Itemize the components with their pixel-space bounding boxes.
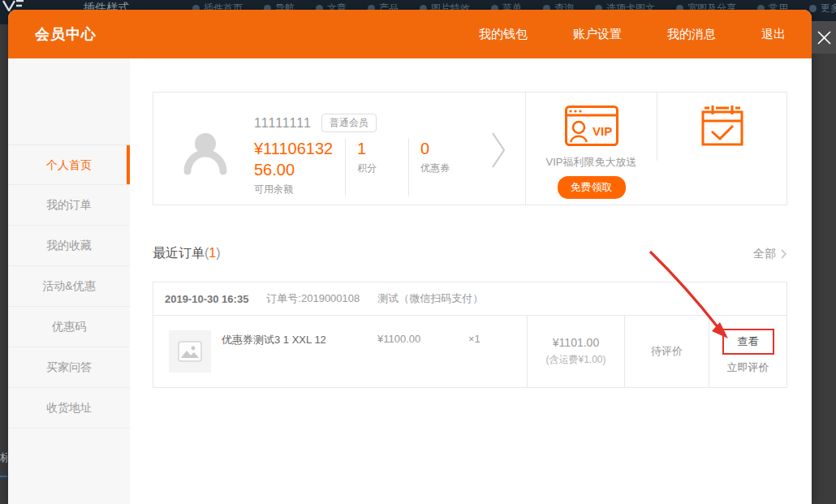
header-nav: 我的钱包 账户设置 我的消息 退出 (479, 27, 786, 42)
avatar (183, 130, 228, 175)
profile-card: 11111111 普通会员 ¥1110613256.00 可用余额 1 积分 (153, 93, 525, 205)
checkin-card (657, 93, 786, 205)
product-unit-price: ¥1100.00 (377, 316, 468, 345)
order-datetime: 2019-10-30 16:35 (165, 293, 248, 305)
background-nav-item: 更多 (809, 2, 836, 15)
page-background: 插件样式 插件首页 导航 文章 产品 图片特效 菜单 查询 选项卡图文 宽图及分… (0, 0, 836, 504)
recent-orders-label: 最近订单 (153, 246, 205, 260)
recent-orders-count: 1 (209, 246, 216, 260)
nav-account-settings[interactable]: 账户设置 (573, 27, 622, 42)
order-card: 2019-10-30 16:35 订单号:2019000108 测试（微信扫码支… (153, 282, 787, 388)
recent-orders-title: 最近订单(1) (153, 245, 221, 262)
view-all-link[interactable]: 全部 (753, 247, 787, 261)
sidebar-item-my-favorites[interactable]: 我的收藏 (8, 226, 130, 266)
sidebar-item-buyer-qa[interactable]: 买家问答 (8, 347, 130, 388)
sidebar-item-coupon-code[interactable]: 优惠码 (8, 307, 130, 347)
order-item-row: 优惠券测试3 1 XXL 12 ¥1100.00 ×1 ¥1101.00 (含运… (153, 316, 786, 387)
image-placeholder-icon (178, 341, 202, 362)
profile-stats: ¥1110613256.00 可用余额 1 积分 0 优惠券 (254, 138, 483, 196)
shipping-note: (含运费¥1.00) (545, 353, 605, 367)
sidebar-item-shipping-address[interactable]: 收货地址 (8, 388, 130, 429)
profile-chevron-right-icon[interactable] (489, 127, 507, 177)
background-edge-text: 标 (0, 450, 7, 465)
coupons-value: 0 (420, 138, 472, 159)
stat-balance: ¥1110613256.00 可用余额 (254, 138, 345, 196)
page-title: 会员中心 (35, 24, 97, 44)
free-claim-button[interactable]: 免费领取 (558, 176, 626, 199)
order-note: 测试（微信扫码支付） (377, 291, 483, 306)
vip-caption: VIP福利限免大放送 (546, 155, 637, 170)
order-status-cell: 待评价 (624, 316, 709, 387)
recent-orders-header: 最近订单(1) 全部 (153, 245, 787, 262)
order-number: 订单号:2019000108 (266, 291, 360, 306)
order-total: ¥1101.00 (553, 336, 599, 349)
order-header-row: 2019-10-30 16:35 订单号:2019000108 测试（微信扫码支… (153, 282, 786, 316)
modal-body: 个人首页 我的订单 我的收藏 活动&优惠 优惠码 买家问答 收货地址 (8, 58, 812, 504)
close-button[interactable] (812, 21, 836, 54)
close-icon (817, 30, 832, 45)
sidebar-item-activities-deals[interactable]: 活动&优惠 (8, 266, 130, 307)
svg-text:VIP: VIP (593, 124, 612, 138)
sidebar-item-personal-home[interactable]: 个人首页 (8, 144, 130, 185)
coupons-label: 优惠券 (420, 162, 472, 175)
profile-top-row: 11111111 普通会员 (254, 114, 377, 132)
review-now-link[interactable]: 立即评价 (727, 360, 769, 375)
sidebar: 个人首页 我的订单 我的收藏 活动&优惠 优惠码 买家问答 收货地址 (8, 58, 130, 504)
sidebar-item-my-orders[interactable]: 我的订单 (8, 185, 130, 226)
username: 11111111 (254, 116, 312, 131)
order-status: 待评价 (651, 344, 683, 359)
main-content: 11111111 普通会员 ¥1110613256.00 可用余额 1 积分 (130, 58, 812, 504)
member-center-modal: 会员中心 我的钱包 账户设置 我的消息 退出 个人首页 我的订单 我的收藏 活动… (8, 10, 812, 504)
count-close-paren: ) (216, 246, 220, 260)
view-order-button[interactable]: 查看 (722, 329, 774, 355)
stat-points: 1 积分 (345, 138, 408, 196)
chevron-right-icon (780, 248, 787, 260)
nav-logout[interactable]: 退出 (761, 27, 786, 42)
order-total-cell: ¥1101.00 (含运费¥1.00) (527, 316, 624, 387)
vip-icon: VIP (565, 106, 618, 146)
nav-my-wallet[interactable]: 我的钱包 (479, 27, 528, 42)
modal-header: 会员中心 我的钱包 账户设置 我的消息 退出 (8, 10, 812, 58)
nav-my-messages[interactable]: 我的消息 (667, 27, 716, 42)
member-level-badge: 普通会员 (321, 114, 377, 132)
product-cell: 优惠券测试3 1 XXL 12 ¥1100.00 ×1 (153, 316, 527, 387)
stat-coupons: 0 优惠券 (408, 138, 483, 196)
points-value: 1 (357, 138, 397, 159)
vip-promo-card: VIP VIP福利限免大放送 免费领取 (526, 93, 657, 205)
view-all-label: 全部 (753, 247, 776, 261)
calendar-check-icon[interactable] (699, 104, 746, 149)
product-name[interactable]: 优惠券测试3 1 XXL 12 (222, 316, 377, 347)
product-quantity: ×1 (468, 316, 527, 345)
order-action-cell: 查看 立即评价 (709, 316, 786, 387)
summary-cards: 11111111 普通会员 ¥1110613256.00 可用余额 1 积分 (153, 92, 787, 205)
balance-value: ¥1110613256.00 (254, 138, 334, 180)
points-label: 积分 (357, 162, 397, 175)
balance-label: 可用余额 (254, 183, 334, 196)
background-edge-line (0, 476, 7, 477)
product-thumbnail (169, 330, 211, 373)
